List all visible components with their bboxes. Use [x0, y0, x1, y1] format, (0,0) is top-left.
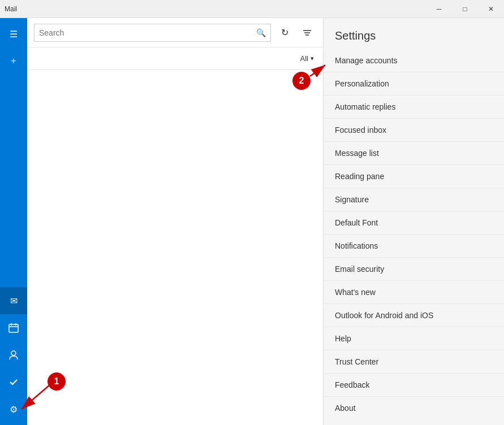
- search-box: 🔍: [34, 24, 271, 42]
- filter-label[interactable]: All ▾: [300, 54, 314, 63]
- settings-item-trust-center[interactable]: Trust Center: [324, 350, 504, 374]
- hamburger-icon[interactable]: ☰: [0, 20, 27, 47]
- settings-item-personalization[interactable]: Personalization: [324, 72, 504, 96]
- settings-item-signature[interactable]: Signature: [324, 188, 504, 211]
- mail-header: 🔍 ↻: [27, 18, 323, 47]
- filter-row[interactable]: All ▾: [27, 47, 323, 70]
- settings-item-message-list[interactable]: Message list: [324, 142, 504, 165]
- settings-item-default-font[interactable]: Default Font: [324, 211, 504, 235]
- search-input[interactable]: [39, 28, 256, 37]
- close-button[interactable]: ✕: [478, 0, 504, 18]
- nav-rail: ☰ + ✉: [0, 18, 27, 425]
- app-title: Mail: [5, 5, 17, 13]
- settings-item-help[interactable]: Help: [324, 327, 504, 350]
- settings-item-outlook-mobile[interactable]: Outlook for Android and iOS: [324, 304, 504, 327]
- settings-title: Settings: [324, 18, 504, 49]
- compose-icon[interactable]: +: [0, 47, 27, 75]
- mail-content: [27, 70, 323, 425]
- svg-point-4: [11, 351, 16, 355]
- window-controls: ─ □ ✕: [426, 0, 504, 18]
- settings-panel: Settings Manage accounts Personalization…: [323, 18, 504, 425]
- settings-item-email-security[interactable]: Email security: [324, 258, 504, 281]
- maximize-button[interactable]: □: [452, 0, 478, 18]
- calendar-icon[interactable]: [0, 314, 27, 341]
- settings-item-feedback[interactable]: Feedback: [324, 374, 504, 397]
- people-icon[interactable]: [0, 341, 27, 368]
- settings-icon[interactable]: ⚙: [0, 396, 27, 423]
- settings-item-notifications[interactable]: Notifications: [324, 235, 504, 258]
- filter-button[interactable]: [298, 24, 316, 42]
- mail-icon[interactable]: ✉: [0, 287, 27, 314]
- todo-icon[interactable]: [0, 368, 27, 396]
- settings-item-automatic-replies[interactable]: Automatic replies: [324, 96, 504, 119]
- settings-item-whats-new[interactable]: What's new: [324, 281, 504, 304]
- settings-item-about[interactable]: About: [324, 397, 504, 419]
- settings-item-focused-inbox[interactable]: Focused inbox: [324, 119, 504, 142]
- minimize-button[interactable]: ─: [426, 0, 452, 18]
- svg-rect-0: [9, 324, 18, 332]
- sync-button[interactable]: ↻: [275, 24, 294, 42]
- search-icon: 🔍: [256, 28, 266, 37]
- settings-item-manage-accounts[interactable]: Manage accounts: [324, 49, 504, 72]
- settings-item-reading-pane[interactable]: Reading pane: [324, 165, 504, 188]
- mail-area: 🔍 ↻ All ▾: [27, 18, 323, 425]
